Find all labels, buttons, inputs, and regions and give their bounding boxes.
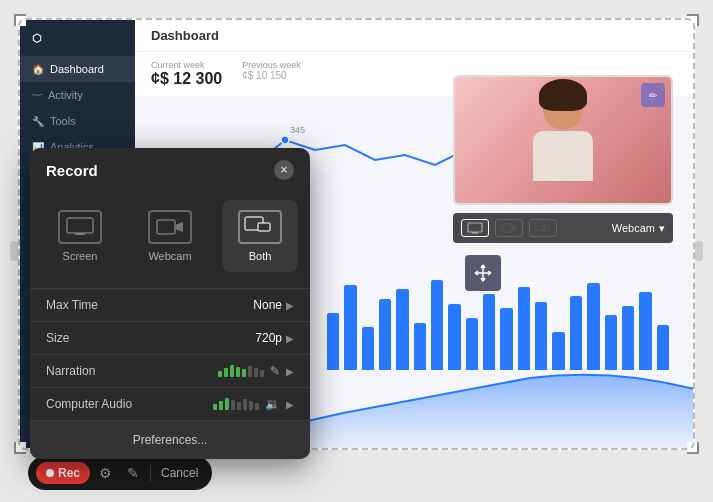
screen-icon [58, 210, 102, 244]
toolbar-divider [150, 464, 151, 482]
chevron-down-icon: ▾ [659, 222, 665, 235]
rec-type-screen[interactable]: Screen [42, 200, 118, 272]
current-week-stat: Current week ¢$ 12 300 [151, 60, 222, 88]
svg-rect-7 [67, 218, 93, 233]
sidebar-item-activity[interactable]: 〰 Activity [20, 82, 135, 108]
narration-volume-bar [218, 365, 264, 377]
page-title: Dashboard [135, 20, 693, 52]
tools-icon: 🔧 [32, 116, 44, 127]
setting-max-time[interactable]: Max Time None ▶ [30, 288, 310, 321]
home-icon: 🏠 [32, 64, 44, 75]
bar-chart-bar [587, 283, 599, 370]
corner-handle-tr[interactable] [687, 14, 699, 26]
webcam-opt-cam[interactable] [495, 219, 523, 237]
modal-title: Record [46, 162, 98, 179]
previous-week-stat: Previous week ¢$ 10 150 [242, 60, 301, 88]
side-handle-left[interactable] [10, 241, 18, 261]
corner-handle-bl[interactable] [14, 442, 26, 454]
preferences-button[interactable]: Preferences... [30, 420, 310, 459]
sidebar-item-dashboard[interactable]: 🏠 Dashboard [20, 56, 135, 82]
chevron-right-icon-3: ▶ [286, 366, 294, 377]
cancel-button[interactable]: Cancel [155, 462, 204, 484]
svg-rect-12 [258, 223, 270, 231]
svg-rect-9 [157, 220, 175, 234]
bottom-toolbar: Rec ⚙ ✎ Cancel [28, 456, 212, 490]
chevron-right-icon-4: ▶ [286, 399, 294, 410]
speaker-icon: 🔉 [265, 397, 280, 411]
webcam-preview: ✏ [453, 75, 673, 205]
chart-number-1: 345 [290, 125, 305, 135]
rec-button[interactable]: Rec [36, 462, 90, 484]
chevron-right-icon-2: ▶ [286, 333, 294, 344]
webcam-opt-both[interactable] [529, 219, 557, 237]
both-icon [238, 210, 282, 244]
area-chart [250, 358, 695, 448]
rec-type-both[interactable]: Both [222, 200, 298, 272]
webcam-selector-bar: Webcam ▾ [453, 213, 673, 243]
settings-button[interactable]: ⚙ [92, 460, 118, 486]
svg-rect-3 [502, 224, 512, 232]
setting-narration[interactable]: Narration ✎ ▶ [30, 354, 310, 387]
edit-button[interactable]: ✎ [120, 460, 146, 486]
corner-handle-br[interactable] [687, 442, 699, 454]
sidebar-logo: ⬡ [20, 20, 135, 56]
record-modal: Record × Screen Webcam [30, 148, 310, 459]
chevron-right-icon: ▶ [286, 300, 294, 311]
activity-icon: 〰 [32, 90, 42, 101]
svg-rect-1 [468, 223, 482, 232]
setting-computer-audio[interactable]: Computer Audio 🔉 ▶ [30, 387, 310, 420]
svg-point-0 [281, 136, 289, 144]
setting-size[interactable]: Size 720p ▶ [30, 321, 310, 354]
svg-rect-2 [472, 232, 478, 234]
person-hair [539, 79, 587, 111]
bar-chart [323, 250, 673, 370]
person-head [543, 85, 583, 129]
pencil-icon: ✎ [270, 364, 280, 378]
svg-marker-10 [175, 222, 183, 232]
corner-handle-tl[interactable] [14, 14, 26, 26]
sidebar-item-tools[interactable]: 🔧 Tools [20, 108, 135, 134]
modal-header: Record × [30, 148, 310, 192]
record-type-row: Screen Webcam Both [30, 192, 310, 288]
webcam-person [455, 77, 671, 203]
svg-rect-8 [75, 233, 85, 235]
rec-dot [46, 469, 54, 477]
rec-type-webcam[interactable]: Webcam [132, 200, 208, 272]
modal-close-button[interactable]: × [274, 160, 294, 180]
audio-volume-bar [213, 398, 259, 410]
webcam-opt-screen[interactable] [461, 219, 489, 237]
side-handle-right[interactable] [695, 241, 703, 261]
person-body [533, 131, 593, 181]
bar-chart-bar [431, 280, 443, 370]
webcam-icon [148, 210, 192, 244]
webcam-edit-button[interactable]: ✏ [641, 83, 665, 107]
person-figure [528, 85, 598, 195]
webcam-label[interactable]: Webcam ▾ [612, 222, 665, 235]
